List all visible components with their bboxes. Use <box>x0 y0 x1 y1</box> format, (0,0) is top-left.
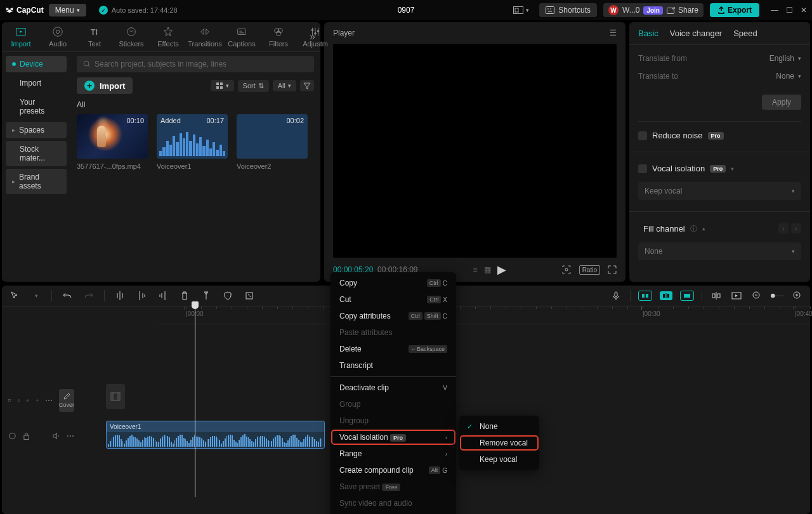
player-viewport[interactable] <box>333 44 617 258</box>
submenu-keep-vocal[interactable]: Keep vocal <box>459 451 539 468</box>
speaker-icon[interactable] <box>36 397 39 404</box>
sidebar-item-device[interactable]: Device <box>6 56 67 72</box>
overflow-icon[interactable]: » <box>310 31 315 43</box>
lock-icon[interactable] <box>18 396 20 405</box>
tab-import[interactable]: Import <box>8 26 34 48</box>
ctx-delete[interactable]: Delete←Backspace <box>331 341 456 357</box>
fill-channel-select[interactable]: None ▾ <box>638 242 801 260</box>
marker-tool[interactable] <box>200 289 213 302</box>
ctx-cut[interactable]: CutCtrlX <box>331 291 456 308</box>
next-button[interactable]: › <box>791 223 801 234</box>
tab-filters[interactable]: Filters <box>266 26 291 48</box>
ctx-vocal-isolation[interactable]: Vocal isolation Pro› <box>331 429 456 445</box>
crop-tool[interactable] <box>243 289 256 302</box>
preview-button[interactable] <box>730 289 743 302</box>
tab-text[interactable]: TIText <box>82 26 107 48</box>
menu-button[interactable]: Menu ▾ <box>49 4 86 16</box>
bracket-icon[interactable] <box>561 265 572 275</box>
apply-button[interactable]: Apply <box>762 95 801 110</box>
delete-tool[interactable] <box>178 289 191 302</box>
snap-2-button[interactable] <box>660 291 672 300</box>
vocal-isolation-toggle[interactable]: Vocal isolation Pro ▾ <box>638 164 801 173</box>
sidebar-item-presets[interactable]: Your presets <box>6 94 67 119</box>
lock-icon[interactable] <box>23 432 30 440</box>
cover-button[interactable]: Cover <box>59 389 74 412</box>
search-input[interactable]: Search project, subjects in image, lines <box>77 56 314 72</box>
aspect-ratio-selector[interactable]: ▾ <box>509 5 533 15</box>
ctx-copy-attributes[interactable]: Copy attributesCtrlShiftC <box>331 308 456 324</box>
submenu-none[interactable]: ✓None <box>459 418 539 435</box>
shield-tool[interactable] <box>221 289 234 302</box>
ctx-copy[interactable]: CopyCtrlC <box>331 275 456 291</box>
export-button[interactable]: Export <box>710 3 759 17</box>
timeline-ruler[interactable]: |00:00 |00:10 |00:30 |00:40 <box>159 306 810 324</box>
film-icon[interactable] <box>8 396 11 405</box>
ctx-transcript[interactable]: Transcript <box>331 357 456 374</box>
more-icon[interactable]: ⋯ <box>67 432 74 440</box>
maximize-icon[interactable]: ☐ <box>786 6 793 15</box>
sidebar-item-stock[interactable]: Stock mater... <box>6 141 67 166</box>
translate-to-select[interactable]: None▾ <box>776 72 801 81</box>
ctx-create-compound[interactable]: Create compound clipAltG <box>331 462 456 478</box>
tab-stickers[interactable]: Stickers <box>119 26 144 48</box>
view-grid-button[interactable]: ▾ <box>211 80 234 91</box>
tab-speed[interactable]: Speed <box>733 29 757 38</box>
project-title[interactable]: 0907 <box>398 6 415 15</box>
zoom-slider[interactable] <box>771 289 783 302</box>
join-badge[interactable]: Join <box>643 6 663 15</box>
tab-effects[interactable]: Effects <box>155 26 181 48</box>
tab-transitions[interactable]: Transitions <box>192 26 218 48</box>
ratio-button[interactable]: Ratio <box>579 265 600 275</box>
sort-button[interactable]: Sort ⇅ <box>238 80 269 92</box>
speaker-icon[interactable] <box>52 432 60 440</box>
list-view-icon[interactable]: ≡ <box>473 265 478 274</box>
select-tool[interactable] <box>8 289 21 302</box>
mic-button[interactable] <box>610 289 622 302</box>
media-item[interactable]: 00:10 3577617-...0fps.mp4 <box>77 114 148 170</box>
translate-from-select[interactable]: English▾ <box>769 54 801 63</box>
tab-voice-changer[interactable]: Voice changer <box>670 29 722 38</box>
prev-button[interactable]: ‹ <box>778 223 789 234</box>
audio-clip[interactable]: Voiceover1 <box>106 421 325 449</box>
tab-captions[interactable]: Captions <box>229 26 254 48</box>
snap-3-button[interactable] <box>680 291 694 301</box>
sidebar-item-spaces[interactable]: ▸Spaces <box>6 122 67 138</box>
shortcuts-button[interactable]: Shortcuts <box>539 3 597 17</box>
select-mode-chevron[interactable]: ▾ <box>30 289 43 302</box>
fullscreen-icon[interactable] <box>608 265 617 274</box>
share-button[interactable]: Share <box>667 6 698 15</box>
fill-channel-toggle[interactable]: Fill channel ⓘ ▴ <box>638 224 705 234</box>
filter-button[interactable] <box>300 80 314 91</box>
tab-basic[interactable]: Basic <box>638 29 658 38</box>
redo-button[interactable] <box>82 289 95 302</box>
split-right-tool[interactable] <box>157 289 169 302</box>
reduce-noise-toggle[interactable]: Reduce noise Pro <box>638 131 801 140</box>
tab-audio[interactable]: Audio <box>45 26 70 48</box>
audio-track-icon[interactable] <box>8 432 16 440</box>
empty-video-slot[interactable] <box>106 384 125 409</box>
minimize-icon[interactable]: — <box>771 6 778 15</box>
hamburger-icon[interactable]: ☰ <box>610 29 617 37</box>
media-item[interactable]: Added 00:17 Voiceover1 <box>157 114 228 170</box>
submenu-remove-vocal[interactable]: Remove vocal <box>459 435 539 451</box>
ctx-deactivate[interactable]: Deactivate clipV <box>331 379 456 396</box>
import-button[interactable]: + Import <box>77 77 133 94</box>
keep-vocal-select[interactable]: Keep vocal ▾ <box>638 182 801 200</box>
sidebar-item-brand[interactable]: ▸Brand assets <box>6 169 67 194</box>
align-button[interactable] <box>710 289 723 302</box>
filter-all-button[interactable]: All ▾ <box>273 80 296 91</box>
eye-icon[interactable] <box>26 397 29 404</box>
close-icon[interactable]: ✕ <box>801 6 807 15</box>
undo-button[interactable] <box>61 289 74 302</box>
more-icon[interactable]: ⋯ <box>45 396 53 405</box>
ctx-range[interactable]: Range› <box>331 445 456 462</box>
profile-group[interactable]: W W...0 Join Share <box>603 3 704 17</box>
sidebar-item-import[interactable]: Import <box>6 75 67 91</box>
media-item[interactable]: 00:02 Voiceover2 <box>237 114 308 170</box>
snap-1-button[interactable] <box>638 291 652 301</box>
play-button[interactable]: ▶ <box>497 263 506 277</box>
split-left-tool[interactable] <box>135 289 148 302</box>
grid-view-icon[interactable]: ▦ <box>484 265 491 274</box>
zoom-out-button[interactable] <box>750 289 763 302</box>
split-tool[interactable] <box>114 289 126 302</box>
